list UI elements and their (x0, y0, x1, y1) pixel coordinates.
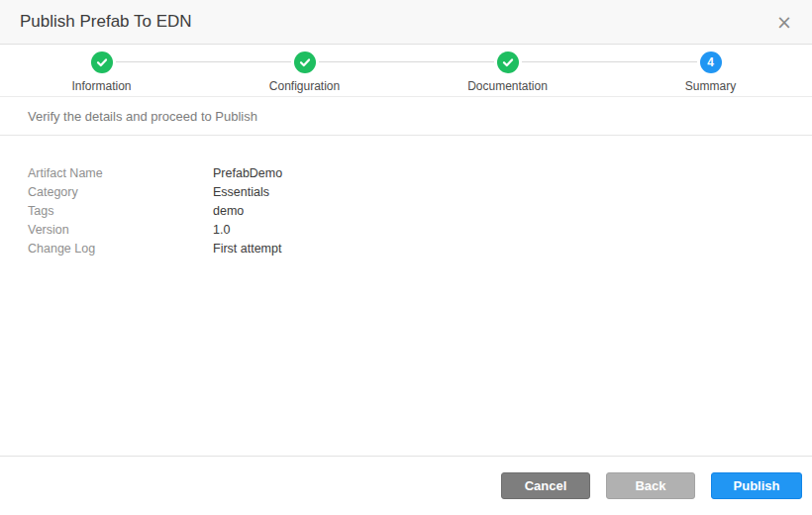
summary-row-value: PrefabDemo (213, 164, 282, 183)
summary-content: Artifact Name PrefabDemo Category Essent… (0, 136, 812, 456)
wizard-stepper: Information Configuration Documentation … (0, 45, 812, 97)
summary-row-value: Essentials (213, 183, 269, 202)
summary-row-label: Tags (28, 202, 213, 221)
step-active-number-badge: 4 (700, 52, 722, 73)
summary-row-label: Category (28, 183, 213, 202)
step-completed-check-icon (294, 52, 316, 73)
dialog-footer: Cancel Back Publish (0, 456, 812, 515)
summary-row-value: 1.0 (213, 221, 230, 240)
stepper-step-documentation[interactable]: Documentation (406, 45, 609, 96)
summary-row-version: Version 1.0 (28, 221, 812, 240)
step-number: 4 (707, 55, 714, 69)
publish-prefab-dialog: Publish Prefab To EDN × Information Conf… (0, 0, 812, 515)
summary-row-change-log: Change Log First attempt (28, 240, 812, 258)
summary-row-tags: Tags demo (28, 202, 812, 221)
close-icon[interactable]: × (772, 11, 796, 34)
summary-row-label: Change Log (28, 240, 213, 258)
step-completed-check-icon (91, 52, 113, 73)
cancel-button[interactable]: Cancel (501, 472, 590, 499)
back-button[interactable]: Back (606, 472, 695, 499)
step-label: Information (71, 79, 131, 93)
stepper-step-configuration[interactable]: Configuration (203, 45, 406, 96)
summary-row-label: Artifact Name (28, 164, 213, 183)
stepper-step-summary[interactable]: 4 Summary (609, 45, 812, 96)
summary-row-value: demo (213, 202, 244, 221)
dialog-title: Publish Prefab To EDN (20, 12, 772, 32)
verify-message: Verify the details and proceed to Publis… (28, 109, 257, 124)
step-label: Summary (685, 79, 736, 93)
summary-row-label: Version (28, 221, 213, 240)
summary-row-category: Category Essentials (28, 183, 812, 202)
summary-row-value: First attempt (213, 240, 281, 258)
publish-button[interactable]: Publish (711, 472, 802, 499)
stepper-step-information[interactable]: Information (0, 45, 203, 96)
dialog-header: Publish Prefab To EDN × (0, 0, 812, 45)
step-completed-check-icon (497, 52, 519, 73)
message-bar: Verify the details and proceed to Publis… (0, 97, 812, 136)
step-label: Configuration (269, 79, 340, 93)
summary-row-artifact-name: Artifact Name PrefabDemo (28, 164, 812, 183)
step-label: Documentation (467, 79, 548, 93)
